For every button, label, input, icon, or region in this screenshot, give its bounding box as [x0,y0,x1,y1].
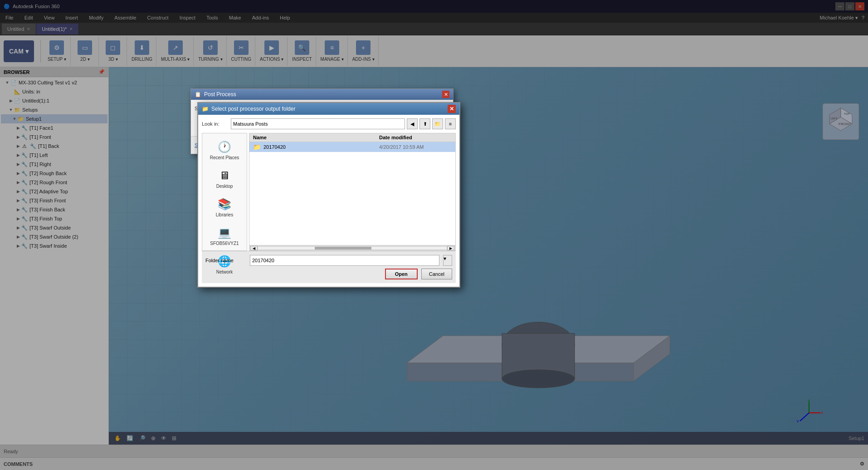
file-name-20170420: 20170420 [263,144,379,150]
desktop-label: Desktop [216,184,233,189]
file-new-folder-button[interactable]: 📁 [432,118,443,129]
modal-overlay: 📋 Post Process ✕ SequenceNumberIncrement… [0,0,868,470]
folder-name-input[interactable] [250,255,439,266]
file-dialog-title-icon: 📁 [202,106,209,112]
folder-icon-20170420: 📁 [253,143,261,151]
recent-places-icon: 🕐 [215,139,234,155]
libraries-icon: 📚 [215,196,234,212]
look-in-label: Look in: [202,121,229,127]
computer-icon: 💻 [215,225,234,241]
scrollbar-thumb[interactable] [315,247,371,250]
post-process-title: Post Process [204,91,236,98]
place-desktop[interactable]: 🖥 Desktop [206,166,243,191]
scrollbar-track[interactable] [258,246,447,250]
file-list-header: Name Date modified [249,133,455,142]
folder-name-dropdown[interactable]: ▾ [443,255,452,266]
file-col-name-header: Name [253,135,379,140]
file-dialog-title-text: Select post processor output folder [211,106,295,112]
computer-label: SFOB56VYZ1 [210,241,239,246]
place-recent[interactable]: 🕐 Recent Places [206,137,243,162]
file-main-area: 🕐 Recent Places 🖥 Desktop 📚 Libraries 💻 … [202,133,456,251]
file-scrollbar[interactable]: ◀ ▶ [249,245,455,250]
file-view-button[interactable]: ≡ [445,118,456,129]
file-cancel-button[interactable]: Cancel [421,269,452,279]
network-label: Network [216,269,233,274]
scrollbar-right-btn[interactable]: ▶ [447,246,454,250]
recent-places-label: Recent Places [210,155,239,160]
file-dialog-title-bar: 📁 Select post processor output folder ✕ [198,103,459,115]
place-libraries[interactable]: 📚 Libraries [206,194,243,219]
file-look-in-toolbar: Look in: ◀ ⬆ 📁 ≡ [202,118,456,129]
file-dialog-close-button[interactable]: ✕ [448,105,456,113]
scrollbar-left-btn[interactable]: ◀ [250,246,258,250]
file-list-item-20170420[interactable]: 📁 20170420 4/20/2017 10:59 AM [249,142,455,152]
place-network[interactable]: 🌐 Network [206,251,243,276]
place-computer[interactable]: 💻 SFOB56VYZ1 [206,223,243,248]
post-process-dialog-icon: 📋 [195,91,201,98]
folder-name-label: Folder name [205,258,246,263]
file-open-button[interactable]: Open [385,269,418,279]
file-places-panel: 🕐 Recent Places 🖥 Desktop 📚 Libraries 💻 … [202,133,247,251]
post-process-close-button[interactable]: ✕ [442,91,449,98]
file-list-content[interactable]: 📁 20170420 4/20/2017 10:59 AM [249,142,455,245]
file-browser-dialog: 📁 Select post processor output folder ✕ … [197,102,460,288]
desktop-icon: 🖥 [215,167,234,184]
file-list-area: Name Date modified 📁 20170420 4/20/2017 … [249,133,456,251]
file-date-20170420: 4/20/2017 10:59 AM [379,144,452,150]
file-col-date-header: Date modified [379,135,452,140]
libraries-label: Libraries [216,212,233,217]
file-back-button[interactable]: ◀ [407,118,418,129]
look-in-input[interactable] [231,118,405,129]
file-up-button[interactable]: ⬆ [419,118,430,129]
file-dialog-body: Look in: ◀ ⬆ 📁 ≡ 🕐 Recent Places 🖥 [198,115,459,287]
post-process-title-bar: 📋 Post Process ✕ [191,89,453,100]
